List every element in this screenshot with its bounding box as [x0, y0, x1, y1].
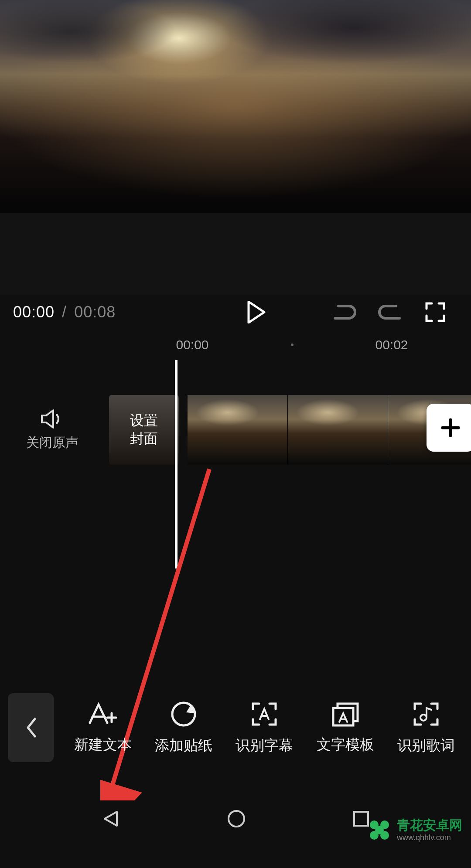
mute-audio-button[interactable]: 关闭原声: [0, 408, 105, 452]
recognize-lyrics-button[interactable]: 识别歌词: [389, 700, 463, 756]
mute-label: 关闭原声: [26, 434, 78, 452]
back-button[interactable]: [8, 693, 54, 762]
play-icon: [247, 301, 266, 323]
cover-label-2: 封面: [130, 430, 158, 448]
circle-home-icon: [226, 808, 247, 829]
tool-label: 添加贴纸: [155, 736, 212, 756]
plus-icon: [438, 415, 463, 440]
tool-label: 识别歌词: [397, 736, 455, 756]
text-template-button[interactable]: 文字模板: [308, 701, 382, 755]
transport-bar: 00:00 / 00:08: [0, 295, 471, 330]
video-preview[interactable]: [0, 0, 471, 213]
watermark-sub: www.qhhlv.com: [397, 834, 462, 841]
triangle-back-icon: [100, 808, 121, 829]
svg-point-11: [375, 826, 384, 834]
svg-point-1: [172, 703, 195, 725]
tool-label: 识别字幕: [236, 736, 293, 756]
new-text-button[interactable]: 新建文本: [66, 701, 140, 755]
preview-gap: [0, 213, 471, 295]
fullscreen-button[interactable]: [422, 299, 448, 325]
svg-point-5: [229, 811, 244, 827]
speaker-icon: [40, 408, 65, 429]
redo-icon: [378, 303, 402, 322]
ruler-mark-0: 00:00: [176, 337, 208, 352]
lyrics-icon: [412, 700, 440, 728]
time-separator: /: [62, 303, 67, 321]
undo-icon: [332, 303, 357, 322]
nav-home-button[interactable]: [226, 808, 247, 831]
bottom-toolbar: 新建文本 添加贴纸 识别字幕 文字模板: [0, 684, 471, 771]
timeline-ruler[interactable]: 00:00 00:02: [0, 330, 471, 360]
recognize-subtitle-button[interactable]: 识别字幕: [227, 700, 301, 756]
play-button[interactable]: [243, 299, 270, 325]
watermark-title: 青花安卓网: [397, 819, 462, 832]
watermark: 青花安卓网 www.qhhlv.com: [365, 816, 462, 844]
current-time: 00:00: [13, 303, 55, 321]
tool-label: 文字模板: [317, 735, 374, 755]
text-template-icon: [331, 701, 360, 727]
watermark-logo-icon: [365, 816, 393, 844]
clip-frame: [288, 395, 388, 465]
time-display: 00:00 / 00:08: [13, 303, 116, 321]
set-cover-button[interactable]: 设置 封面: [109, 395, 179, 465]
subtitle-icon: [250, 700, 278, 728]
playhead[interactable]: [175, 360, 177, 568]
svg-rect-3: [333, 708, 353, 725]
fullscreen-icon: [425, 302, 446, 323]
total-time: 00:08: [74, 303, 116, 321]
sticker-icon: [170, 700, 198, 728]
undo-button[interactable]: [331, 299, 358, 325]
clip-frame: [188, 395, 288, 465]
text-add-icon: [87, 701, 119, 727]
redo-button[interactable]: [377, 299, 403, 325]
chevron-left-icon: [24, 716, 38, 739]
ruler-tick: [291, 344, 294, 346]
svg-point-4: [420, 715, 427, 721]
add-clip-button[interactable]: [427, 404, 471, 452]
tool-label: 新建文本: [74, 735, 132, 755]
ruler-mark-1: 00:02: [375, 337, 408, 352]
nav-back-button[interactable]: [100, 808, 121, 831]
add-sticker-button[interactable]: 添加贴纸: [147, 700, 221, 756]
cover-label-1: 设置: [130, 412, 158, 430]
timeline-area[interactable]: 关闭原声 设置 封面: [0, 360, 471, 568]
preview-rays: [141, 26, 330, 140]
